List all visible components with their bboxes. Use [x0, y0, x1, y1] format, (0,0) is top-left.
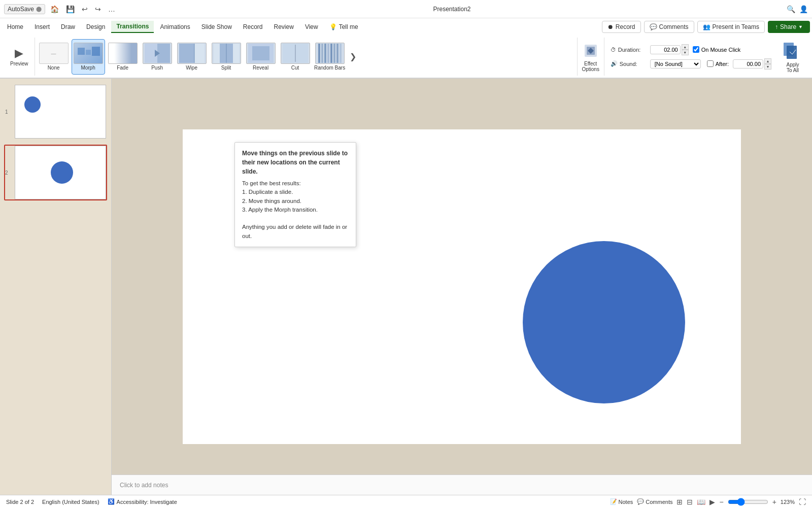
slide-sorter-icon[interactable]: ⊟: [687, 498, 693, 506]
notes-placeholder: Click to add notes: [120, 482, 168, 489]
slide-thumbnail-2[interactable]: 2: [4, 145, 107, 200]
transition-none[interactable]: — None: [37, 39, 71, 75]
after-down[interactable]: ▼: [764, 64, 771, 70]
transition-wipe[interactable]: Wipe: [175, 39, 209, 75]
present-teams-button[interactable]: 👥 Present in Teams: [697, 21, 765, 33]
zoom-slider[interactable]: [728, 498, 768, 506]
tooltip-title: Move things on the previous slide to the…: [242, 149, 349, 176]
transition-random-bars-thumb: [315, 43, 345, 64]
redo-icon[interactable]: ↪: [93, 4, 103, 14]
effect-options-button[interactable]: EffectOptions: [582, 42, 600, 72]
teams-icon: 👥: [703, 23, 710, 30]
svg-rect-20: [330, 44, 332, 63]
notes-label: Notes: [619, 499, 633, 505]
wipe-visual: [179, 44, 205, 63]
main-slide-circle: [523, 241, 685, 403]
zoom-level: 123%: [781, 499, 795, 505]
on-mouse-click-checkbox[interactable]: [693, 46, 699, 53]
transition-push[interactable]: Push: [141, 39, 174, 75]
transition-reveal[interactable]: Reveal: [244, 39, 278, 75]
share-label: Share: [780, 23, 796, 30]
comments-icon: 💬: [650, 23, 657, 30]
duration-down[interactable]: ▼: [682, 50, 689, 55]
svg-rect-28: [787, 46, 797, 59]
preview-section: ▶ Preview: [4, 38, 35, 76]
menu-animations[interactable]: Animations: [155, 21, 195, 32]
sound-label: 🔊 Sound:: [611, 60, 646, 67]
notes-button[interactable]: 📝 Notes: [610, 498, 633, 505]
undo-icon[interactable]: ↩: [80, 4, 90, 14]
transition-random-bars-label: Random Bars: [314, 65, 345, 71]
duration-row: ⏱ Duration: ▲ ▼ On Mouse Click: [611, 44, 771, 55]
after-input[interactable]: [733, 59, 763, 69]
transition-wipe-thumb: [177, 43, 207, 64]
transition-push-thumb: [143, 43, 172, 64]
accessibility-button[interactable]: ♿ Accessibility: Investigate: [108, 498, 177, 505]
zoom-in-icon[interactable]: +: [772, 498, 776, 506]
menu-tellme[interactable]: 💡Tell me: [324, 21, 363, 32]
apply-to-all-section[interactable]: ApplyTo All: [777, 38, 808, 76]
transition-reveal-label: Reveal: [253, 65, 268, 71]
transition-cut-label: Cut: [291, 65, 299, 71]
duration-up[interactable]: ▲: [682, 44, 689, 50]
autosave-label: AutoSave: [8, 6, 34, 13]
record-label: Record: [616, 23, 635, 30]
record-button[interactable]: ⏺ Record: [602, 21, 641, 33]
menu-transitions[interactable]: Transitions: [111, 21, 154, 33]
transition-split[interactable]: Split: [210, 39, 243, 75]
more-commands-icon[interactable]: …: [106, 4, 117, 14]
sound-select[interactable]: [No Sound]: [650, 59, 701, 69]
menu-review[interactable]: Review: [269, 21, 299, 32]
filename-label: Presentation2: [433, 6, 470, 13]
comments-status-button[interactable]: 💬 Comments: [637, 498, 672, 505]
transition-morph-thumb: [74, 43, 103, 64]
transitions-section: — None Morph Fade: [35, 38, 578, 76]
transition-split-thumb: [212, 43, 241, 64]
slide-thumbnail-1[interactable]: 1: [4, 84, 107, 140]
menu-record[interactable]: Record: [238, 21, 268, 32]
present-teams-label: Present in Teams: [713, 23, 760, 30]
tooltip-line1: To get the best results:: [242, 179, 349, 188]
main-area: 1 2 Move things on the previous slide to…: [0, 79, 812, 495]
transition-random-bars[interactable]: Random Bars: [313, 39, 347, 75]
slideshow-icon[interactable]: ▶: [709, 498, 715, 506]
accessibility-icon: ♿: [108, 498, 115, 505]
sound-icon: 🔊: [611, 60, 618, 67]
menu-design[interactable]: Design: [81, 21, 110, 32]
menu-slideshow[interactable]: Slide Show: [196, 21, 237, 32]
search-icon[interactable]: 🔍: [787, 5, 795, 13]
after-checkbox[interactable]: [707, 60, 714, 67]
sound-row: 🔊 Sound: [No Sound] After: ▲ ▼: [611, 58, 771, 70]
menu-home[interactable]: Home: [2, 21, 28, 32]
transition-morph[interactable]: Morph: [72, 39, 105, 75]
home-icon[interactable]: 🏠: [48, 4, 61, 14]
account-icon[interactable]: 👤: [799, 5, 808, 13]
transition-cut[interactable]: Cut: [279, 39, 312, 75]
after-row: After: ▲ ▼: [707, 58, 771, 70]
autosave-button[interactable]: AutoSave ⬤: [4, 4, 45, 14]
after-up[interactable]: ▲: [764, 58, 771, 64]
comments-status-label: Comments: [646, 499, 672, 505]
more-arrow-icon: ❯: [350, 52, 356, 61]
menu-insert[interactable]: Insert: [29, 21, 55, 32]
save-icon[interactable]: 💾: [64, 4, 77, 14]
duration-input[interactable]: [650, 45, 681, 54]
fit-slide-icon[interactable]: ⛶: [799, 498, 806, 506]
menu-draw[interactable]: Draw: [56, 21, 80, 32]
slide-info: Slide 2 of 2: [6, 499, 34, 505]
svg-rect-19: [327, 44, 329, 63]
notes-area[interactable]: Click to add notes: [112, 475, 812, 495]
more-transitions-button[interactable]: ❯: [348, 38, 358, 76]
reading-view-icon[interactable]: 📖: [697, 498, 705, 506]
comments-button[interactable]: 💬 Comments: [644, 21, 694, 33]
share-button[interactable]: ↑ Share ▼: [768, 21, 810, 33]
title-bar-left: AutoSave ⬤ 🏠 💾 ↩ ↪ …: [4, 4, 117, 14]
normal-view-icon[interactable]: ⊞: [676, 498, 683, 506]
zoom-out-icon[interactable]: −: [719, 498, 723, 506]
transition-fade[interactable]: Fade: [106, 39, 140, 75]
preview-button[interactable]: ▶ Preview: [6, 39, 32, 75]
transition-fade-label: Fade: [117, 65, 128, 71]
menu-view[interactable]: View: [300, 21, 323, 32]
preview-label: Preview: [10, 61, 28, 66]
title-bar: AutoSave ⬤ 🏠 💾 ↩ ↪ … Presentation2 🔍 👤: [0, 0, 812, 18]
